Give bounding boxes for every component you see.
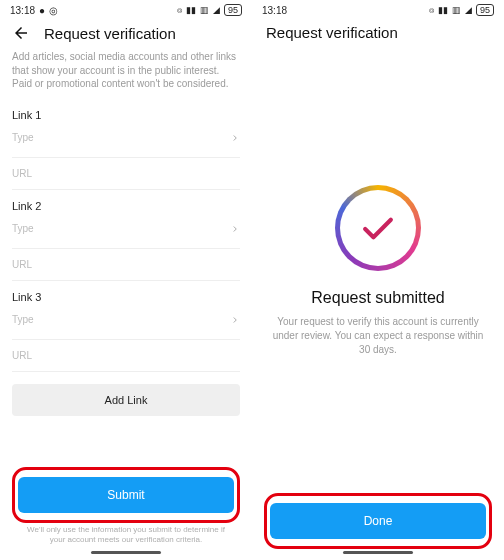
links-form: Link 1 Type URL Link 2 Type URL Link 3 T… — [0, 99, 252, 468]
screen-request-submitted: 13:18 ⌾ ▮▮ ▥ ◢ 95 Request verification — [252, 0, 504, 560]
link3-type-select[interactable]: Type — [12, 305, 240, 340]
status-time: 13:18 — [262, 5, 287, 16]
status-bar: 13:18 ● ◎ ⌾ ▮▮ ▥ ◢ 95 — [0, 0, 252, 18]
chevron-right-icon — [230, 311, 240, 329]
battery-icon: 95 — [476, 4, 494, 16]
status-bar: 13:18 ⌾ ▮▮ ▥ ◢ 95 — [252, 0, 504, 18]
back-button[interactable] — [12, 24, 30, 42]
checkmark-icon — [356, 206, 400, 250]
alarm-icon: ⌾ — [177, 5, 182, 15]
signal-icon: ◢ — [465, 5, 472, 15]
success-ring-icon — [335, 185, 421, 271]
done-button[interactable]: Done — [270, 503, 486, 539]
type-placeholder: Type — [12, 223, 34, 234]
vibrate-icon: ▮▮ — [186, 5, 196, 15]
page-title: Request verification — [266, 24, 490, 41]
link1-label: Link 1 — [12, 109, 240, 121]
tutorial-highlight: Done — [264, 493, 492, 549]
link2-type-select[interactable]: Type — [12, 214, 240, 249]
type-placeholder: Type — [12, 132, 34, 143]
link1-url-input[interactable]: URL — [12, 158, 240, 190]
header: Request verification — [252, 18, 504, 49]
add-link-button[interactable]: Add Link — [12, 384, 240, 416]
vibrate-icon: ▮▮ — [438, 5, 448, 15]
signal-icon: ◢ — [213, 5, 220, 15]
link1-type-select[interactable]: Type — [12, 123, 240, 158]
submit-button[interactable]: Submit — [18, 477, 234, 513]
page-description: Add articles, social media accounts and … — [0, 50, 252, 99]
volte-icon: ▥ — [452, 5, 461, 15]
chevron-right-icon — [230, 129, 240, 147]
home-indicator[interactable] — [91, 551, 161, 554]
tutorial-highlight: Submit — [12, 467, 240, 523]
alarm-icon: ⌾ — [429, 5, 434, 15]
chevron-right-icon — [230, 220, 240, 238]
success-title: Request submitted — [311, 289, 444, 307]
link3-url-input[interactable]: URL — [12, 340, 240, 372]
success-description: Your request to verify this account is c… — [272, 315, 484, 357]
home-indicator[interactable] — [343, 551, 413, 554]
volte-icon: ▥ — [200, 5, 209, 15]
instagram-icon: ◎ — [49, 5, 58, 16]
status-time: 13:18 — [10, 5, 35, 16]
dot-icon: ● — [39, 5, 45, 16]
link2-url-input[interactable]: URL — [12, 249, 240, 281]
header: Request verification — [0, 18, 252, 50]
screen-request-form: 13:18 ● ◎ ⌾ ▮▮ ▥ ◢ 95 Request verificati… — [0, 0, 252, 560]
page-title: Request verification — [44, 25, 176, 42]
success-content: Request submitted Your request to verify… — [252, 49, 504, 493]
link2-label: Link 2 — [12, 200, 240, 212]
type-placeholder: Type — [12, 314, 34, 325]
battery-icon: 95 — [224, 4, 242, 16]
link3-label: Link 3 — [12, 291, 240, 303]
footnote: We'll only use the information you submi… — [12, 523, 240, 549]
